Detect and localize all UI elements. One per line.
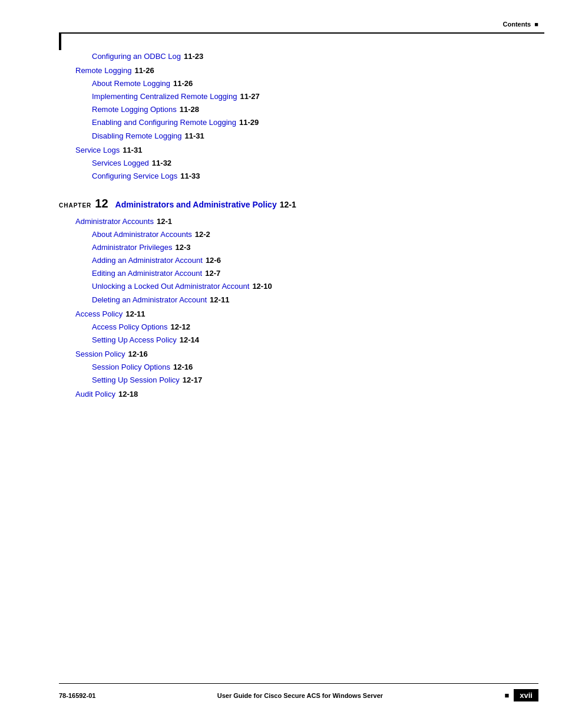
toc-link-access-policy-options[interactable]: Access Policy Options bbox=[92, 321, 168, 334]
footer-doc-number: 78-16592-01 bbox=[59, 692, 95, 699]
toc-link-unlocking-admin-account[interactable]: Unlocking a Locked Out Administrator Acc… bbox=[92, 280, 249, 293]
toc-link-setting-up-access-policy[interactable]: Setting Up Access Policy bbox=[92, 334, 177, 347]
left-bar bbox=[59, 32, 61, 50]
top-border bbox=[59, 32, 544, 34]
toc-link-service-logs[interactable]: Service Logs bbox=[75, 144, 120, 157]
toc-page-disabling-remote-logging: 11-31 bbox=[184, 130, 204, 143]
toc-entry-audit-policy: Audit Policy 12-18 bbox=[75, 388, 538, 401]
toc-page-session-policy: 12-16 bbox=[128, 348, 148, 361]
toc-entry-access-policy-options: Access Policy Options 12-12 bbox=[92, 321, 538, 334]
toc-page-odbc: 11-23 bbox=[184, 50, 203, 63]
toc-link-audit-policy[interactable]: Audit Policy bbox=[75, 388, 115, 401]
toc-entry-remote-logging: Remote Logging 11-26 bbox=[75, 64, 538, 77]
toc-page-adding-admin-account: 12-6 bbox=[206, 254, 221, 267]
toc-entry-session-policy-options: Session Policy Options 12-16 bbox=[92, 361, 538, 374]
toc-page-editing-admin-account: 12-7 bbox=[205, 267, 220, 280]
toc-page-admin-privileges: 12-3 bbox=[176, 241, 191, 254]
toc-link-remote-logging[interactable]: Remote Logging bbox=[75, 64, 131, 77]
toc-link-configuring-service-logs[interactable]: Configuring Service Logs bbox=[92, 170, 177, 183]
toc-entry-unlocking-admin-account: Unlocking a Locked Out Administrator Acc… bbox=[92, 280, 538, 293]
toc-link-access-policy[interactable]: Access Policy bbox=[75, 308, 123, 321]
toc-entry-odbc: Configuring an ODBC Log 11-23 bbox=[92, 50, 538, 63]
toc-page-services-logged: 11-32 bbox=[152, 157, 171, 170]
chapter-12-page: 12-1 bbox=[280, 200, 296, 209]
footer-right: ■ xvii bbox=[504, 689, 538, 701]
toc-link-implementing-centralized[interactable]: Implementing Centralized Remote Logging bbox=[92, 90, 237, 103]
toc-page-configuring-service-logs: 11-33 bbox=[180, 170, 200, 183]
toc-link-setting-up-session-policy[interactable]: Setting Up Session Policy bbox=[92, 374, 180, 387]
footer-title: User Guide for Cisco Secure ACS for Wind… bbox=[217, 692, 383, 699]
toc-link-enabling-configuring[interactable]: Enabling and Configuring Remote Logging bbox=[92, 116, 236, 129]
toc-entry-disabling-remote-logging: Disabling Remote Logging 11-31 bbox=[92, 130, 538, 143]
toc-link-about-admin-accounts[interactable]: About Administrator Accounts bbox=[92, 228, 192, 241]
toc-page-setting-up-access-policy: 12-14 bbox=[180, 334, 199, 347]
toc-page-access-policy-options: 12-12 bbox=[171, 321, 190, 334]
toc-link-adding-admin-account[interactable]: Adding an Administrator Account bbox=[92, 254, 203, 267]
toc-link-remote-logging-options[interactable]: Remote Logging Options bbox=[92, 103, 177, 116]
toc-entry-admin-accounts: Administrator Accounts 12-1 bbox=[75, 215, 538, 228]
toc-link-session-policy[interactable]: Session Policy bbox=[75, 348, 125, 361]
chapter-label: CHAPTER bbox=[59, 202, 91, 209]
toc-page-enabling-configuring: 11-29 bbox=[239, 116, 259, 129]
toc-page-deleting-admin-account: 12-11 bbox=[210, 294, 229, 307]
page-container: Contents ■ Configuring an ODBC Log 11-23… bbox=[0, 0, 562, 728]
toc-entry-service-logs: Service Logs 11-31 bbox=[75, 144, 538, 157]
toc-page-unlocking-admin-account: 12-10 bbox=[252, 280, 272, 293]
toc-page-session-policy-options: 12-16 bbox=[173, 361, 193, 374]
header-text: Contents bbox=[503, 21, 531, 28]
toc-link-admin-privileges[interactable]: Administrator Privileges bbox=[92, 241, 173, 254]
toc-entry-about-admin-accounts: About Administrator Accounts 12-2 bbox=[92, 228, 538, 241]
toc-page-about-remote-logging: 11-26 bbox=[173, 77, 193, 90]
toc-link-about-remote-logging[interactable]: About Remote Logging bbox=[92, 77, 170, 90]
toc-link-session-policy-options[interactable]: Session Policy Options bbox=[92, 361, 170, 374]
footer-page-square: ■ bbox=[504, 691, 509, 700]
footer-page-number: xvii bbox=[514, 689, 538, 701]
chapter-number: 12 bbox=[95, 197, 108, 210]
chapter-12-title-link[interactable]: Administrators and Administrative Policy bbox=[115, 200, 277, 209]
toc-page-about-admin-accounts: 12-2 bbox=[195, 228, 210, 241]
toc-entry-deleting-admin-account: Deleting an Administrator Account 12-11 bbox=[92, 294, 538, 307]
toc-entry-admin-privileges: Administrator Privileges 12-3 bbox=[92, 241, 538, 254]
toc-entry-services-logged: Services Logged 11-32 bbox=[92, 157, 538, 170]
toc-link-odbc[interactable]: Configuring an ODBC Log bbox=[92, 50, 181, 63]
toc-link-editing-admin-account[interactable]: Editing an Administrator Account bbox=[92, 267, 202, 280]
toc-page-audit-policy: 12-18 bbox=[118, 388, 138, 401]
toc-page-admin-accounts: 12-1 bbox=[157, 215, 172, 228]
toc-entry-configuring-service-logs: Configuring Service Logs 11-33 bbox=[92, 170, 538, 183]
toc-entry-access-policy: Access Policy 12-11 bbox=[75, 308, 538, 321]
toc-entry-enabling-configuring: Enabling and Configuring Remote Logging … bbox=[92, 116, 538, 129]
bottom-border bbox=[59, 683, 538, 684]
toc-link-admin-accounts[interactable]: Administrator Accounts bbox=[75, 215, 154, 228]
toc-entry-about-remote-logging: About Remote Logging 11-26 bbox=[92, 77, 538, 90]
header-label: Contents ■ bbox=[503, 21, 538, 28]
toc-link-services-logged[interactable]: Services Logged bbox=[92, 157, 149, 170]
toc-page-remote-logging-options: 11-28 bbox=[180, 103, 199, 116]
toc-entry-editing-admin-account: Editing an Administrator Account 12-7 bbox=[92, 267, 538, 280]
toc-entry-setting-up-session-policy: Setting Up Session Policy 12-17 bbox=[92, 374, 538, 387]
toc-page-service-logs: 11-31 bbox=[123, 144, 142, 157]
toc-entry-session-policy: Session Policy 12-16 bbox=[75, 348, 538, 361]
footer: 78-16592-01 User Guide for Cisco Secure … bbox=[59, 689, 538, 701]
toc-entry-setting-up-access-policy: Setting Up Access Policy 12-14 bbox=[92, 334, 538, 347]
toc-page-access-policy: 12-11 bbox=[125, 308, 145, 321]
toc-page-remote-logging: 11-26 bbox=[134, 64, 154, 77]
toc-link-disabling-remote-logging[interactable]: Disabling Remote Logging bbox=[92, 130, 181, 143]
toc-link-deleting-admin-account[interactable]: Deleting an Administrator Account bbox=[92, 294, 207, 307]
toc-page-implementing-centralized: 11-27 bbox=[240, 90, 259, 103]
toc-page-setting-up-session-policy: 12-17 bbox=[183, 374, 202, 387]
toc-entry-adding-admin-account: Adding an Administrator Account 12-6 bbox=[92, 254, 538, 267]
toc-entry-implementing-centralized: Implementing Centralized Remote Logging … bbox=[92, 90, 538, 103]
toc-content: Configuring an ODBC Log 11-23 Remote Log… bbox=[59, 50, 538, 401]
chapter-12-heading: CHAPTER 12 Administrators and Administra… bbox=[59, 197, 538, 210]
toc-entry-remote-logging-options: Remote Logging Options 11-28 bbox=[92, 103, 538, 116]
